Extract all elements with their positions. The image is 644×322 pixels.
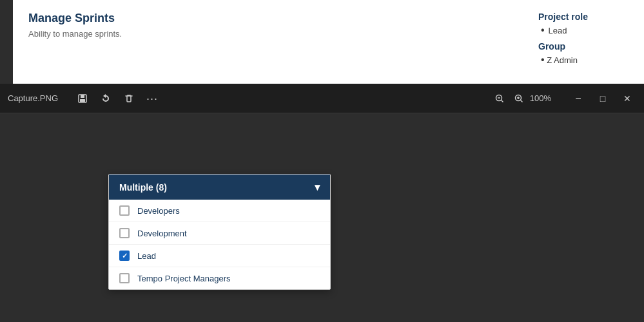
dropdown-item-label: Development: [137, 229, 187, 238]
zoom-out-icon[interactable]: [491, 90, 508, 107]
dropdown-item[interactable]: Lead: [109, 245, 330, 267]
minimize-icon: −: [575, 93, 581, 104]
zoom-in-icon[interactable]: [511, 90, 527, 107]
dropdown-header-label: Multiple (8): [119, 182, 167, 193]
dropdown-item-label: Lead: [137, 251, 156, 261]
checkbox[interactable]: [119, 228, 130, 238]
svg-line-5: [501, 100, 503, 102]
checkbox[interactable]: [119, 273, 130, 283]
minimize-button[interactable]: −: [569, 90, 587, 108]
zoom-controls: 100%: [491, 90, 551, 107]
maximize-button[interactable]: □: [594, 90, 612, 108]
manage-sprints-subtitle: Ability to manage sprints.: [28, 29, 122, 39]
group-title: Group: [538, 41, 565, 52]
top-panel-left: Manage Sprints Ability to manage sprints…: [28, 12, 122, 39]
top-panel: Manage Sprints Ability to manage sprints…: [13, 0, 644, 84]
dropdown-item-label: Tempo Project Managers: [137, 274, 231, 283]
rotate-icon[interactable]: [97, 90, 115, 108]
project-role-value: Lead: [549, 26, 567, 35]
dropdown-header[interactable]: Multiple (8) ▾: [109, 175, 330, 200]
project-role-title: Project role: [538, 12, 588, 22]
close-icon: ✕: [623, 93, 631, 104]
save-icon[interactable]: [73, 90, 92, 108]
project-role-item: • Lead: [541, 24, 567, 36]
group-bullet-icon: •: [541, 54, 545, 65]
close-button[interactable]: ✕: [618, 90, 636, 108]
svg-line-9: [520, 100, 522, 102]
top-panel-right: Project role • Lead Group • Z Admin: [538, 12, 629, 66]
more-icon[interactable]: ···: [143, 90, 161, 108]
dropdown-item[interactable]: Development: [109, 222, 330, 245]
dropdown-item[interactable]: Developers: [109, 200, 330, 222]
checkbox[interactable]: [119, 251, 130, 261]
bullet-icon: •: [541, 24, 545, 36]
dropdown-item[interactable]: Tempo Project Managers: [109, 267, 330, 289]
window-controls: − □ ✕: [569, 90, 636, 108]
svg-rect-1: [81, 95, 84, 98]
dropdown-chevron-icon: ▾: [315, 181, 320, 193]
manage-sprints-title: Manage Sprints: [28, 12, 122, 25]
titlebar: Capture.PNG ···: [0, 84, 644, 113]
filename-label: Capture.PNG: [8, 93, 58, 103]
dropdown-list: DevelopersDevelopmentLeadTempo Project M…: [109, 200, 330, 289]
maximize-icon: □: [600, 93, 605, 104]
checkbox[interactable]: [119, 205, 130, 216]
group-value: Z Admin: [547, 55, 578, 65]
delete-icon[interactable]: [120, 90, 138, 108]
group-item: • Z Admin: [541, 54, 578, 66]
svg-rect-2: [80, 99, 85, 102]
dropdown-container: Multiple (8) ▾ DevelopersDevelopmentLead…: [108, 174, 331, 290]
zoom-level-label: 100%: [530, 93, 551, 103]
dropdown-item-label: Developers: [137, 206, 180, 216]
